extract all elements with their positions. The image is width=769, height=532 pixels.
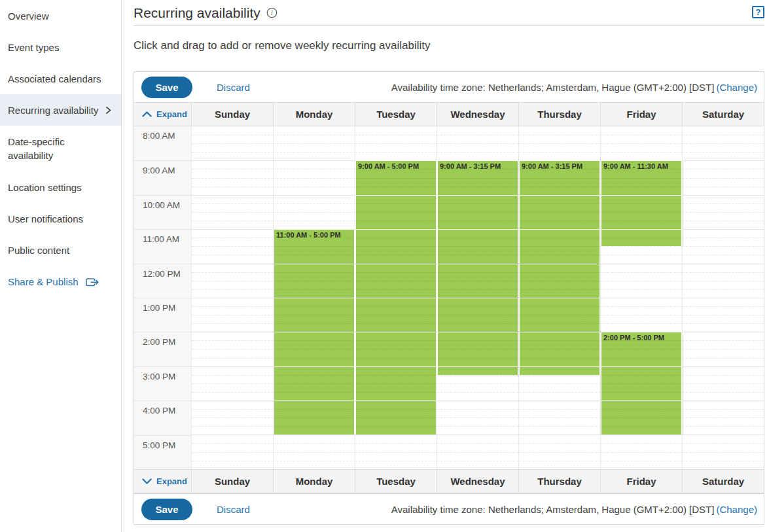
slot-cell[interactable] <box>356 358 436 366</box>
slot-cell[interactable] <box>192 221 273 229</box>
slot-cell[interactable] <box>438 358 518 366</box>
slot-cell[interactable] <box>520 238 599 246</box>
slot-cell[interactable] <box>520 272 599 281</box>
slot-cell[interactable] <box>683 349 764 357</box>
slot-cell[interactable] <box>437 452 518 461</box>
slot-cell[interactable] <box>437 126 518 135</box>
slot-cell[interactable] <box>683 426 764 434</box>
slot-cell[interactable] <box>355 152 437 160</box>
slot-cell[interactable] <box>519 452 600 461</box>
slot-cell[interactable] <box>192 349 273 357</box>
slot-cell[interactable] <box>274 272 354 281</box>
slot-cell[interactable] <box>438 186 518 195</box>
slot-cell[interactable] <box>683 332 764 340</box>
slot-cell[interactable] <box>356 400 436 409</box>
slot-cell[interactable] <box>683 281 764 289</box>
slot-cell[interactable] <box>274 366 354 375</box>
slot-cell[interactable] <box>192 461 273 469</box>
sidebar-item-date-specific-availability[interactable]: Date-specific availability <box>0 126 121 171</box>
slot-cell[interactable] <box>438 332 518 340</box>
slot-cell[interactable] <box>356 212 436 221</box>
slot-cell[interactable] <box>438 349 518 357</box>
slot-cell[interactable] <box>356 221 436 229</box>
slot-cell[interactable] <box>520 332 599 340</box>
sidebar-item-user-notifications[interactable]: User notifications <box>0 203 121 234</box>
slot-cell[interactable] <box>356 238 436 246</box>
slot-cell[interactable] <box>520 366 599 375</box>
slot-cell[interactable] <box>355 143 437 152</box>
slot-cell[interactable] <box>356 375 436 383</box>
slot-cell[interactable] <box>683 434 764 443</box>
slot-cell[interactable] <box>274 246 354 255</box>
slot-cell[interactable] <box>520 178 599 186</box>
slot-cell[interactable] <box>437 135 518 143</box>
slot-cell[interactable] <box>601 281 682 289</box>
slot-cell[interactable] <box>356 392 436 400</box>
slot-cell[interactable] <box>438 195 518 204</box>
slot-cell[interactable] <box>274 186 355 195</box>
sidebar-item-recurring-availability[interactable]: Recurring availability <box>0 94 121 126</box>
slot-cell[interactable] <box>683 452 764 461</box>
save-button[interactable]: Save <box>141 77 192 98</box>
slot-cell[interactable] <box>356 315 436 323</box>
slot-cell[interactable] <box>438 178 518 186</box>
slot-cell[interactable] <box>274 417 354 426</box>
slot-cell[interactable] <box>601 143 682 152</box>
slot-cell[interactable] <box>355 126 437 135</box>
slot-cell[interactable] <box>274 298 354 306</box>
slot-cell[interactable] <box>601 426 681 434</box>
slot-cell[interactable] <box>683 315 764 323</box>
slot-cell[interactable] <box>274 126 355 135</box>
slot-cell[interactable] <box>437 443 518 452</box>
slot-cell[interactable] <box>356 306 436 315</box>
slot-cell[interactable] <box>356 349 436 357</box>
slot-cell[interactable] <box>519 434 600 443</box>
slot-cell[interactable] <box>274 281 354 289</box>
slot-cell[interactable] <box>520 229 599 238</box>
slot-cell[interactable] <box>601 195 681 204</box>
slot-cell[interactable] <box>274 332 354 340</box>
slot-cell[interactable] <box>520 255 599 263</box>
slot-cell[interactable] <box>438 238 518 246</box>
slot-cell[interactable] <box>192 255 273 263</box>
slot-cell[interactable] <box>274 255 354 263</box>
slot-cell[interactable] <box>683 160 764 169</box>
slot-cell[interactable] <box>438 264 518 272</box>
slot-cell[interactable] <box>192 186 273 195</box>
slot-cell[interactable] <box>683 246 764 255</box>
slot-cell[interactable] <box>438 298 518 306</box>
sidebar-item-location-settings[interactable]: Location settings <box>0 171 121 203</box>
slot-cell[interactable] <box>192 340 273 349</box>
slot-cell[interactable] <box>683 340 764 349</box>
slot-cell[interactable] <box>683 221 764 229</box>
slot-cell[interactable] <box>519 383 600 392</box>
slot-cell[interactable] <box>683 383 764 392</box>
slot-cell[interactable] <box>274 178 355 186</box>
slot-cell[interactable] <box>519 409 600 417</box>
slot-cell[interactable] <box>601 272 682 281</box>
slot-cell[interactable] <box>356 409 436 417</box>
slot-cell[interactable] <box>437 426 518 434</box>
slot-cell[interactable] <box>683 264 764 272</box>
slot-cell[interactable] <box>274 443 355 452</box>
slot-cell[interactable] <box>274 306 354 315</box>
slot-cell[interactable] <box>274 358 354 366</box>
slot-cell[interactable] <box>601 434 682 443</box>
slot-cell[interactable] <box>520 221 599 229</box>
sidebar-item-public-content[interactable]: Public content <box>0 234 121 266</box>
slot-cell[interactable] <box>192 400 273 409</box>
slot-cell[interactable] <box>356 426 436 434</box>
slot-cell[interactable] <box>519 443 600 452</box>
slot-cell[interactable] <box>683 358 764 366</box>
slot-cell[interactable] <box>355 443 437 452</box>
slot-cell[interactable] <box>683 152 764 160</box>
slot-cell[interactable] <box>601 306 682 315</box>
sidebar-item-share-publish[interactable]: Share & Publish <box>0 266 121 297</box>
slot-cell[interactable] <box>520 323 599 332</box>
slot-cell[interactable] <box>192 392 273 400</box>
slot-cell[interactable] <box>192 409 273 417</box>
slot-cell[interactable] <box>601 221 681 229</box>
slot-cell[interactable] <box>683 186 764 195</box>
slot-cell[interactable] <box>274 409 354 417</box>
slot-cell[interactable] <box>683 169 764 177</box>
